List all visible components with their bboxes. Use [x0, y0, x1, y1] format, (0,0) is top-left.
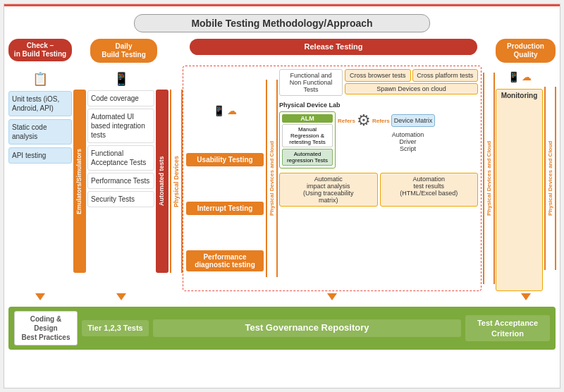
acceptance-item: Test Acceptance Criterion: [465, 315, 550, 341]
static-code-box: Static code analysis: [8, 119, 72, 145]
physical-cloud-left-container: Physical Devices and Cloud: [266, 69, 277, 288]
phase-checkin: Check – in Build Testing: [8, 39, 72, 61]
prod-cloud-icon: ☁: [522, 71, 532, 82]
spawn-box: Spawn Devices on cloud: [345, 83, 478, 94]
automation-area: Refers ⚙ Refers Device Matrix Automation…: [338, 111, 478, 169]
interrupt-btn[interactable]: Interrupt Testing: [186, 202, 264, 215]
phone-icon: 📱: [213, 105, 225, 116]
emulators-strip-container: Emulators/Simulators: [73, 66, 86, 291]
auto-results-box: Automation test results (HTML/Excel base…: [380, 173, 479, 207]
release-column: 📱 ☁ Usability Testing Interrupt Testing …: [183, 66, 482, 291]
daily-icon: 📱: [87, 71, 154, 87]
phase-headers: Check – in Build Testing Daily Build Tes…: [4, 39, 560, 63]
tier-tests-item: Tier 1,2,3 Tests: [82, 320, 149, 336]
monitoring-box: Monitoring: [496, 89, 543, 291]
production-right-strip: Physical Devices and Cloud: [544, 87, 556, 270]
auto-ui-box: Automated UI based integration tests: [87, 109, 154, 143]
code-coverage-box: Code coverage: [87, 90, 154, 106]
api-testing-box: API testing: [8, 147, 72, 164]
main-container: Mobile Testing Methodology/Approach Chec…: [4, 4, 560, 388]
coding-practices-item: Coding & Design Best Practices: [14, 311, 78, 345]
automated-strip: Automated tests: [156, 90, 168, 273]
physical-device-lab-label: Physical Device Lab: [279, 102, 478, 109]
cross-platform-box: Cross platform tests: [412, 69, 479, 82]
device-matrix-box: Device Matrix: [391, 114, 436, 127]
checkin-column: 📋 Unit tests (iOS, Android, API) Static …: [8, 66, 72, 291]
manual-box: Manual Regression & retesting Tests: [282, 124, 333, 147]
arrow-production: [521, 293, 531, 300]
physical-cloud-right-strip: Physical Devices and Cloud: [483, 73, 495, 284]
production-column: 📱 ☁ Monitoring Physical Devices and Clou…: [496, 66, 556, 291]
alm-container: ALM Manual Regression & retesting Tests …: [279, 111, 336, 169]
arrow-checkin: [35, 293, 45, 300]
refers-label-2: Refers: [372, 118, 390, 124]
production-icons: 📱 ☁: [496, 71, 543, 82]
usability-btn[interactable]: Usability Testing: [186, 153, 264, 166]
checkin-icon: 📋: [8, 71, 72, 87]
physical-mid-container: Physical Devices: [170, 66, 181, 291]
governance-item: Test Governance Repository: [153, 319, 461, 337]
performance-btn: Performance diagnostic testing: [186, 250, 264, 271]
physical-cloud-left-strip: Physical Devices and Cloud: [266, 80, 278, 277]
performance-box: Performance Tests: [87, 173, 154, 189]
phase-daily: Daily Build Testing: [90, 39, 157, 63]
phase-production: Production Quality: [496, 39, 556, 63]
cloud-icon-release: ☁: [227, 105, 237, 116]
physical-cloud-right-container: Physical Devices and Cloud: [483, 66, 494, 291]
daily-column: 📱 Code coverage Automated UI based integ…: [87, 66, 154, 291]
release-icons: 📱 ☁: [186, 105, 264, 116]
unit-tests-box: Unit tests (iOS, Android, API): [8, 91, 72, 116]
impact-box: Automatic impact analysis (Using traceab…: [279, 173, 378, 207]
arrow-release: [327, 293, 337, 300]
functional-acceptance-box: Functional Acceptance Tests: [87, 145, 154, 171]
prod-phone-icon: 📱: [508, 71, 520, 82]
page-title: Mobile Testing Methodology/Approach: [134, 14, 430, 32]
functional-box: Functional and Non Functional Tests: [279, 69, 343, 96]
physical-mid-strip: Physical Devices: [170, 90, 183, 273]
auto-reg-box: Automated regression Tests: [282, 149, 333, 166]
bottom-bar: Coding & Design Best Practices Tier 1,2,…: [8, 307, 556, 350]
security-tests-box: Security Tests: [87, 191, 154, 207]
automation-driver-label: Automation Driver Script: [338, 131, 478, 152]
cross-browser-box: Cross browser tests: [345, 69, 411, 82]
arrows-row: [4, 291, 560, 302]
phase-release: Release Testing: [190, 39, 477, 55]
bottom-release-row: Automatic impact analysis (Using traceab…: [279, 173, 478, 207]
arrow-daily: [116, 293, 126, 300]
emulators-strip: Emulators/Simulators: [73, 90, 86, 273]
gear-icon: ⚙: [357, 111, 371, 130]
refers-label-1: Refers: [338, 118, 355, 124]
alm-header: ALM: [282, 114, 333, 123]
automated-strip-container: Automated tests: [156, 66, 168, 291]
